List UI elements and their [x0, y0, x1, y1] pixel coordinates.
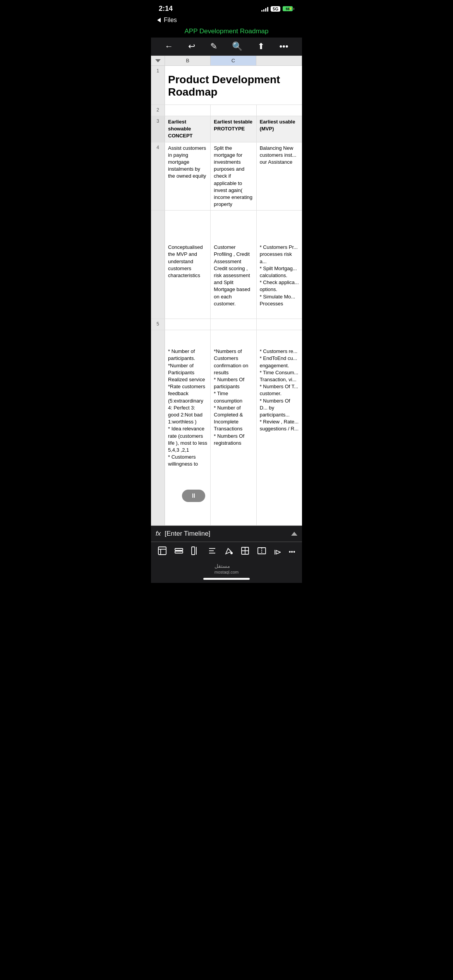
back-button[interactable]: Files	[157, 17, 177, 24]
row-num-3: 3	[151, 116, 165, 142]
fill-icon[interactable]	[224, 546, 233, 558]
svg-rect-4	[175, 551, 183, 553]
status-right: 5G 59 ⚡	[261, 6, 294, 12]
row-num-5-blank	[151, 211, 165, 319]
row-num-6	[151, 330, 165, 525]
row2-col-b[interactable]	[165, 105, 211, 116]
status-bar: 2:14 5G 59 ⚡	[151, 0, 302, 15]
document-title: APP Development Roadmap	[184, 27, 268, 35]
fx-label: fx	[156, 530, 161, 538]
row2-col-c[interactable]	[211, 105, 256, 116]
more-button[interactable]: •••	[280, 41, 288, 51]
select-all-icon[interactable]	[155, 59, 161, 62]
pause-button[interactable]: ⏸	[182, 490, 205, 502]
col-header-c[interactable]: C	[211, 56, 256, 65]
row3-col-d[interactable]: Earliest usable(MVP)	[257, 116, 302, 142]
svg-rect-3	[175, 548, 183, 550]
table-icon[interactable]	[158, 546, 167, 558]
row-5-label: 5	[151, 319, 302, 330]
row6-col-c[interactable]: *Numbers of Customers confirmation on re…	[211, 330, 256, 525]
row-icon[interactable]	[174, 546, 184, 558]
mostaql-brand: مستقل mostaql.com	[214, 563, 239, 575]
battery-tip	[293, 8, 294, 10]
row6-col-d[interactable]: * Customers re...* EndToEnd cu... engage…	[257, 330, 302, 525]
bracket-icon[interactable]: ⧐	[274, 547, 281, 557]
mostaql-footer: مستقل mostaql.com	[151, 562, 302, 583]
pencil-icon[interactable]: ✎	[210, 41, 217, 51]
pause-icon: ⏸	[190, 492, 197, 500]
row3-col-b[interactable]: Earliest showableCONCEPT	[165, 116, 211, 142]
back-toolbar-button[interactable]: ←	[165, 41, 173, 51]
row3-col-c[interactable]: Earliest testablePROTOTYPE	[211, 116, 256, 142]
row5-col-b[interactable]: Conceptualised the MVP and understand cu…	[165, 211, 211, 319]
time: 2:14	[159, 5, 173, 13]
formula-input[interactable]: [Enter Timeline]	[165, 530, 287, 538]
row-2: 2	[151, 105, 302, 116]
bottom-toolbar: ⧐ •••	[151, 542, 302, 562]
row5-col-c[interactable]: Customer Profiling , Credit Assessment C…	[211, 211, 256, 319]
row-3: 3 Earliest showableCONCEPT Earliest test…	[151, 116, 302, 142]
signal-bars	[261, 6, 268, 12]
chevron-left-icon	[157, 18, 161, 22]
border-icon[interactable]	[240, 546, 250, 558]
row5b-col-b[interactable]	[165, 319, 211, 330]
spreadsheet: B C 1 Product Development Roadmap 2 3 Ea…	[151, 56, 302, 526]
row-num-4: 4	[151, 142, 165, 211]
spreadsheet-title: Product Development Roadmap	[168, 74, 299, 98]
formula-bar: fx [Enter Timeline]	[151, 526, 302, 542]
undo-button[interactable]: ↩	[188, 41, 195, 51]
corner-header	[151, 56, 165, 65]
back-label: Files	[164, 17, 177, 24]
chevron-up-icon[interactable]	[291, 532, 297, 536]
row5-col-d[interactable]: * Customers Pr... processes risk a...* S…	[257, 211, 302, 319]
title-bar: APP Development Roadmap	[151, 27, 302, 38]
column-icon[interactable]	[191, 546, 200, 558]
col-header-d[interactable]	[256, 56, 302, 65]
battery-level: 59 ⚡	[283, 6, 293, 11]
row-4: 4 Assist customers in paying mortgage in…	[151, 142, 302, 211]
bottom-more-button[interactable]: •••	[289, 548, 295, 555]
svg-point-10	[230, 552, 233, 554]
home-indicator[interactable]	[203, 578, 250, 580]
row-num-1: 1	[151, 66, 165, 105]
main-toolbar: ← ↩ ✎ 🔍 ⬆ •••	[151, 38, 302, 56]
column-header-row: B C	[151, 56, 302, 66]
row-6-metrics: * Number of participants.*Number of Part…	[151, 330, 302, 526]
row4-col-b[interactable]: Assist customers in paying mortgage inst…	[165, 142, 211, 211]
row4-col-d[interactable]: Balancing New customers inst... our Assi…	[257, 142, 302, 211]
align-icon[interactable]	[208, 546, 217, 558]
share-button[interactable]: ⬆	[257, 41, 264, 51]
svg-rect-0	[158, 547, 166, 555]
network-badge: 5G	[271, 6, 280, 12]
row5b-col-d[interactable]	[257, 319, 302, 330]
col-header-b[interactable]: B	[165, 56, 211, 65]
row-num-2: 2	[151, 105, 165, 116]
title-sheet-row: 1 Product Development Roadmap	[151, 66, 302, 105]
row5b-col-c[interactable]	[211, 319, 256, 330]
row-5-concept: Conceptualised the MVP and understand cu…	[151, 211, 302, 319]
row6-col-b[interactable]: * Number of participants.*Number of Part…	[165, 330, 211, 525]
files-nav: Files	[151, 15, 302, 27]
title-cell[interactable]: Product Development Roadmap	[165, 66, 302, 105]
row2-col-d[interactable]	[257, 105, 302, 116]
row4-col-c[interactable]: Split the mortgage for investments purpo…	[211, 142, 256, 211]
search-button[interactable]: 🔍	[232, 41, 242, 51]
row-num-5: 5	[151, 319, 165, 330]
battery: 59 ⚡	[283, 6, 294, 11]
svg-rect-5	[192, 547, 195, 555]
merge-icon[interactable]	[257, 546, 266, 558]
